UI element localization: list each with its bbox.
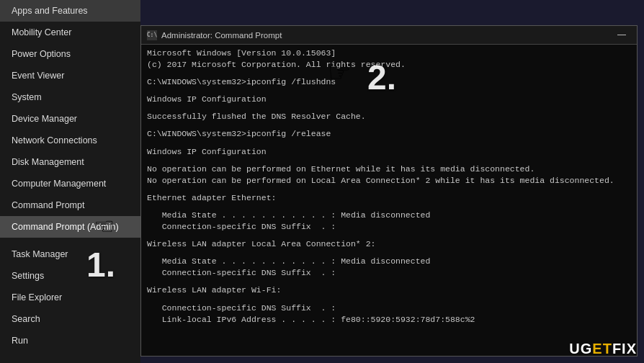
cmd-line: Link-local IPv6 Address . . . . . : fe80…: [147, 314, 631, 326]
cmd-line: Media State . . . . . . . . . . . : Medi…: [147, 210, 631, 221]
cmd-window-controls: —: [612, 26, 631, 44]
cmd-blank-line: [147, 297, 631, 302]
menu-item-file-explorer[interactable]: File Explorer: [0, 287, 140, 308]
cmd-line: Connection-specific DNS Suffix . :: [147, 221, 631, 233]
menu-item-mobility-center[interactable]: Mobility Center: [0, 22, 140, 43]
cmd-window-icon: C:\: [147, 30, 157, 40]
minimize-button[interactable]: —: [612, 25, 631, 44]
cmd-line: Media State . . . . . . . . . . . : Medi…: [147, 256, 631, 267]
menu-item-search[interactable]: Search: [0, 308, 140, 330]
cmd-line: Wireless LAN adapter Wi-Fi:: [147, 284, 631, 296]
menu-item-power-options[interactable]: Power Options: [0, 43, 140, 65]
menu-item-device-manager[interactable]: Device Manager: [0, 108, 140, 130]
menu-item-run[interactable]: Run: [0, 330, 140, 351]
cmd-blank-line: [147, 122, 631, 128]
cmd-line: Connection-specific DNS Suffix . :: [147, 302, 631, 314]
cmd-line: Successfully flushed the DNS Resolver Ca…: [147, 111, 631, 122]
step-2-label: 2.: [367, 58, 396, 97]
menu-item-task-manager[interactable]: Task Manager: [0, 243, 140, 265]
menu-item-command-prompt-admin[interactable]: Command Prompt (Admin): [0, 216, 140, 238]
cmd-blank-line: [147, 233, 631, 238]
cmd-window-title: Administrator: Command Prompt: [161, 31, 612, 40]
desktop: Apps and Features Mobility Center Power …: [0, 0, 644, 363]
cmd-line: No operation can be performed on Local A…: [147, 175, 631, 187]
cmd-line: No operation can be performed on Etherne…: [147, 163, 631, 175]
cmd-titlebar: C:\ Administrator: Command Prompt —: [141, 26, 637, 45]
watermark-et: ET: [592, 341, 612, 357]
menu-item-system[interactable]: System: [0, 86, 140, 108]
cmd-line: Windows IP Configuration: [147, 146, 631, 158]
cursor-hand-2: ☞: [328, 58, 351, 88]
cmd-blank-line: [147, 250, 631, 256]
menu-item-apps-features[interactable]: Apps and Features: [0, 0, 140, 22]
watermark: UGETFIX: [569, 341, 637, 357]
cmd-line: Connection-specific DNS Suffix . :: [147, 267, 631, 279]
watermark-ug: UG: [569, 341, 592, 357]
cmd-blank-line: [147, 158, 631, 163]
cmd-line: Ethernet adapter Ethernet:: [147, 192, 631, 204]
cmd-blank-line: [147, 279, 631, 284]
context-menu: Apps and Features Mobility Center Power …: [0, 0, 140, 363]
cmd-blank-line: [147, 187, 631, 192]
cursor-hand-1: ☞: [94, 212, 115, 240]
menu-item-event-viewer[interactable]: Event Viewer: [0, 65, 140, 86]
cmd-blank-line: [147, 204, 631, 210]
cmd-line: Wireless LAN adapter Local Area Connecti…: [147, 238, 631, 250]
cmd-blank-line: [147, 140, 631, 146]
cmd-line: C:\WINDOWS\system32>ipconfig /release: [147, 128, 631, 140]
cmd-blank-line: [147, 105, 631, 111]
menu-item-network-connections[interactable]: Network Connections: [0, 130, 140, 151]
menu-item-computer-management[interactable]: Computer Management: [0, 173, 140, 194]
menu-item-disk-management[interactable]: Disk Management: [0, 151, 140, 173]
menu-item-command-prompt[interactable]: Command Prompt: [0, 194, 140, 216]
menu-item-shut-down[interactable]: Shut down or sign out: [0, 357, 140, 363]
step-1-label: 1.: [86, 245, 115, 284]
menu-item-settings[interactable]: Settings: [0, 265, 140, 287]
watermark-fix: FIX: [612, 341, 637, 357]
